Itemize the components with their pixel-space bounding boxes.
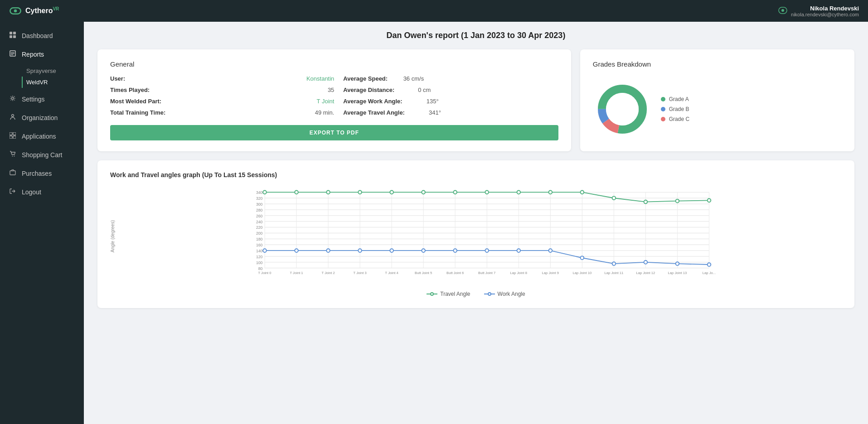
logo-name: Cythero [25,7,53,15]
svg-text:200: 200 [256,231,263,236]
sidebar-item-settings[interactable]: Settings [0,90,84,108]
svg-point-93 [548,191,552,194]
avg-speed-value: 36 cm/s [397,75,424,82]
svg-rect-6 [10,35,12,38]
logo-area: CytheroVR [9,6,59,15]
most-welded-value: T Joint [317,98,335,105]
grade-b-dot [661,107,665,111]
grades-legend: Grade A Grade B Grade C [661,96,689,122]
travel-legend-label: Travel Angle [440,291,470,297]
svg-text:Lap Joint 8: Lap Joint 8 [510,271,527,275]
svg-point-85 [295,191,298,194]
sidebar-item-sprayverse[interactable]: Sprayverse [22,65,84,77]
logo-vr: VR [53,6,59,11]
sidebar-shopping-cart-label: Shopping Cart [22,151,63,159]
legend-grade-a: Grade A [661,96,689,102]
sidebar-purchases-label: Purchases [22,170,52,177]
donut-chart [593,80,652,139]
most-welded-row: Most Welded Part: T Joint [110,98,334,105]
svg-point-106 [485,249,489,252]
main-content: Dan Owen's report (1 Jan 2023 to 30 Apr … [84,22,868,424]
avg-work-angle-label: Average Work Angle: [343,98,402,105]
work-line-icon [484,292,495,296]
sidebar-applications-label: Applications [22,133,56,140]
svg-text:Lap Joint 12: Lap Joint 12 [636,271,655,275]
svg-point-101 [326,249,330,252]
svg-text:120: 120 [256,255,263,259]
svg-rect-14 [10,132,12,135]
svg-point-99 [263,249,267,252]
sidebar-item-applications[interactable]: Applications [0,127,84,145]
grade-c-label: Grade C [669,116,689,122]
svg-point-19 [14,156,15,157]
total-training-value: 49 min. [315,109,335,116]
sidebar-item-logout[interactable]: Logout [0,183,84,201]
user-email: nikola.rendevski@cythero.com [791,12,859,17]
avg-work-angle-value: 135° [412,98,439,105]
logout-icon [9,188,16,196]
y-axis-label: Angle (degrees) [110,220,115,252]
chart-inner: 8010012014016018020022024026028030032034… [117,186,842,287]
times-played-label: Times Played: [110,87,150,93]
user-row: User: Konstantin [110,75,334,82]
svg-text:T Joint 1: T Joint 1 [290,271,303,275]
svg-point-109 [581,256,584,260]
svg-text:340: 340 [256,190,263,195]
svg-point-100 [295,249,298,252]
svg-point-91 [485,191,489,194]
sidebar-dashboard-label: Dashboard [22,32,53,39]
svg-point-25 [606,93,639,125]
avg-work-angle-row: Average Work Angle: 135° [343,98,558,105]
svg-point-87 [358,191,362,194]
travel-line-icon [427,292,437,296]
applications-icon [9,132,16,140]
avg-distance-label: Average Distance: [343,87,394,93]
avg-travel-angle-value: 341° [414,109,441,116]
svg-text:280: 280 [256,208,263,212]
svg-point-111 [644,260,648,264]
export-pdf-button[interactable]: EXPORT TO PDF [110,125,558,140]
main-layout: Dashboard Reports Sprayverse WeldVR Sett… [0,22,868,424]
general-info-grid: User: Konstantin Times Played: 35 Most W… [110,75,558,116]
svg-point-86 [326,191,330,194]
sidebar-item-weldvr[interactable]: WeldVR [22,77,84,88]
svg-point-98 [708,199,711,202]
svg-point-94 [581,191,584,194]
avg-distance-row: Average Distance: 0 cm [343,87,558,93]
svg-text:Lap Joint 9: Lap Joint 9 [542,271,559,275]
user-avatar-icon [778,6,787,15]
svg-point-88 [390,191,393,194]
grades-card-title: Grades Breakdown [593,60,651,68]
sidebar-item-purchases[interactable]: Purchases [0,164,84,183]
svg-text:220: 220 [256,225,263,230]
svg-point-107 [517,249,520,252]
sidebar-logout-label: Logout [22,188,41,196]
general-left-col: User: Konstantin Times Played: 35 Most W… [110,75,334,116]
sidebar-organization-label: Organization [22,114,58,121]
chart-wrapper: Angle (degrees) 801001201401601802002202… [110,186,842,287]
sidebar-item-reports[interactable]: Reports [0,45,84,63]
svg-point-12 [12,97,14,100]
total-training-label: Total Training Time: [110,109,165,116]
page-title: Dan Owen's report (1 Jan 2023 to 30 Apr … [97,31,854,40]
svg-text:300: 300 [256,202,263,207]
user-name: Nikola Rendevski [791,5,859,12]
grade-a-label: Grade A [669,96,689,102]
cards-row: General User: Konstantin Times Played: 3… [97,49,854,151]
dashboard-icon [9,32,16,39]
svg-text:T Joint 3: T Joint 3 [354,271,367,275]
top-header: CytheroVR Nikola Rendevski nikola.rendev… [0,0,868,22]
sidebar-item-shopping-cart[interactable]: Shopping Cart [0,145,84,164]
general-right-col: Average Speed: 36 cm/s Average Distance:… [334,75,558,116]
svg-point-3 [781,9,784,12]
svg-text:240: 240 [256,220,263,224]
svg-point-90 [453,191,457,194]
logo-text: CytheroVR [25,6,59,15]
sidebar-item-dashboard[interactable]: Dashboard [0,26,84,45]
svg-text:T Joint 0: T Joint 0 [258,271,271,275]
svg-point-97 [676,199,679,203]
svg-point-95 [612,196,616,200]
sidebar-item-organization[interactable]: Organization [0,108,84,127]
svg-text:140: 140 [256,249,263,253]
user-label: User: [110,75,125,82]
